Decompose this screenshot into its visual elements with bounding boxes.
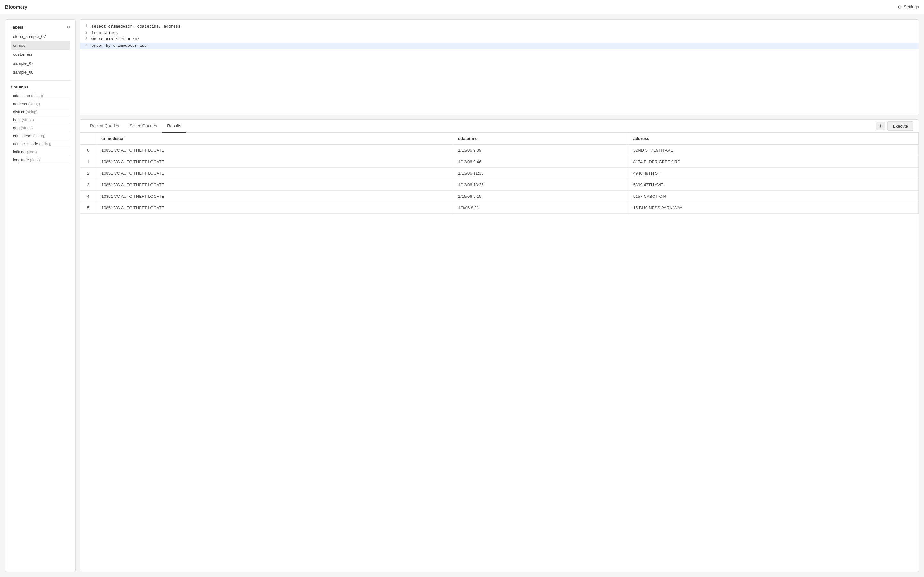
row-index-cell: 5 [80, 202, 96, 214]
table-cell: 10851 VC AUTO THEFT LOCATE [96, 145, 453, 156]
table-column-header: address [628, 133, 918, 145]
table-cell: 8174 ELDER CREEK RD [628, 156, 918, 168]
table-cell: 5157 CABOT CIR [628, 191, 918, 202]
column-name: grid [13, 126, 19, 130]
sidebar-divider [11, 81, 70, 81]
column-type: (float) [27, 150, 37, 154]
code-text: order by crimedescr asc [91, 43, 147, 49]
execute-button[interactable]: Execute [887, 121, 913, 131]
table-head: crimedescrcdatetimeaddress [80, 133, 919, 145]
column-name: beat [13, 118, 21, 122]
column-name: cdatetime [13, 93, 30, 98]
table-column-header [80, 133, 96, 145]
table-cell: 10851 VC AUTO THEFT LOCATE [96, 191, 453, 202]
sidebar-table-item[interactable]: crimes [11, 41, 70, 50]
download-icon: ⬇ [879, 124, 882, 129]
columns-list: cdatetime(string)address(string)district… [11, 92, 70, 164]
table-cell: 4946 48TH ST [628, 168, 918, 179]
column-item: ucr_ncic_code(string) [11, 140, 70, 148]
column-type: (string) [31, 93, 43, 98]
column-item: cdatetime(string) [11, 92, 70, 100]
table-row: 210851 VC AUTO THEFT LOCATE1/13/06 11:33… [80, 168, 919, 179]
tables-title: Tables [11, 25, 23, 29]
column-item: latitude(float) [11, 148, 70, 156]
editor-lines: 1select crimedescr, cdatetime, address2f… [80, 23, 919, 49]
main-layout: Tables ↻ clone_sample_07crimescustomerss… [0, 14, 924, 577]
table-cell: 10851 VC AUTO THEFT LOCATE [96, 179, 453, 191]
code-text: where district = '6' [91, 36, 140, 43]
columns-section: Columns cdatetime(string)address(string)… [11, 85, 70, 164]
table-cell: 1/13/06 11:33 [453, 168, 628, 179]
results-tab[interactable]: Saved Queries [124, 119, 162, 133]
table-column-header: crimedescr [96, 133, 453, 145]
column-type: (float) [30, 158, 40, 162]
column-name: address [13, 102, 27, 106]
column-item: longitude(float) [11, 156, 70, 164]
column-name: latitude [13, 150, 26, 154]
code-line: 1select crimedescr, cdatetime, address [80, 23, 919, 30]
app-logo: Bloomery [5, 4, 27, 10]
column-name: longitude [13, 158, 29, 162]
column-item: grid(string) [11, 124, 70, 132]
settings-button[interactable]: ⚙ Settings [898, 5, 919, 10]
table-cell: 1/13/06 9:09 [453, 145, 628, 156]
table-cell: 1/13/06 9:46 [453, 156, 628, 168]
code-line: 2from crimes [80, 30, 919, 36]
columns-section-header: Columns [11, 85, 70, 89]
column-type: (string) [28, 102, 40, 106]
table-cell: 10851 VC AUTO THEFT LOCATE [96, 168, 453, 179]
tables-list: clone_sample_07crimescustomerssample_07s… [11, 32, 70, 77]
table-cell: 10851 VC AUTO THEFT LOCATE [96, 156, 453, 168]
table-row: 510851 VC AUTO THEFT LOCATE1/3/06 8:2115… [80, 202, 919, 214]
table-header-row: crimedescrcdatetimeaddress [80, 133, 919, 145]
download-button[interactable]: ⬇ [876, 122, 885, 131]
row-index-cell: 0 [80, 145, 96, 156]
column-item: beat(string) [11, 116, 70, 124]
column-item: crimedescr(string) [11, 132, 70, 140]
gear-icon: ⚙ [898, 5, 902, 10]
column-item: address(string) [11, 100, 70, 108]
sidebar-table-item[interactable]: clone_sample_07 [11, 32, 70, 41]
data-table-wrap: crimedescrcdatetimeaddress 010851 VC AUT… [80, 133, 919, 572]
row-index-cell: 1 [80, 156, 96, 168]
table-row: 310851 VC AUTO THEFT LOCATE1/13/06 13:36… [80, 179, 919, 191]
column-name: ucr_ncic_code [13, 142, 38, 146]
settings-label: Settings [904, 5, 919, 9]
line-number: 1 [80, 23, 91, 29]
code-line: 4order by crimedescr asc [80, 43, 919, 49]
table-row: 410851 VC AUTO THEFT LOCATE1/15/06 9:155… [80, 191, 919, 202]
row-index-cell: 4 [80, 191, 96, 202]
sidebar-table-item[interactable]: sample_07 [11, 59, 70, 68]
table-cell: 32ND ST / 19TH AVE [628, 145, 918, 156]
columns-title: Columns [11, 85, 29, 89]
code-line: 3where district = '6' [80, 36, 919, 43]
table-cell: 5399 47TH AVE [628, 179, 918, 191]
results-tab[interactable]: Results [162, 119, 186, 133]
column-type: (string) [26, 110, 37, 114]
table-cell: 10851 VC AUTO THEFT LOCATE [96, 202, 453, 214]
column-type: (string) [22, 118, 34, 122]
editor-content[interactable]: 1select crimedescr, cdatetime, address2f… [80, 19, 919, 115]
tables-section-header: Tables ↻ [11, 25, 70, 29]
column-type: (string) [33, 134, 45, 138]
results-toolbar: Recent QueriesSaved QueriesResults ⬇ Exe… [80, 119, 919, 133]
results-tab[interactable]: Recent Queries [85, 119, 124, 133]
refresh-icon[interactable]: ↻ [67, 25, 70, 29]
results-table: crimedescrcdatetimeaddress 010851 VC AUT… [80, 133, 919, 214]
query-editor[interactable]: 1select crimedescr, cdatetime, address2f… [79, 19, 919, 115]
sidebar-table-item[interactable]: sample_08 [11, 68, 70, 77]
row-index-cell: 3 [80, 179, 96, 191]
table-body: 010851 VC AUTO THEFT LOCATE1/13/06 9:093… [80, 145, 919, 214]
table-column-header: cdatetime [453, 133, 628, 145]
column-type: (string) [21, 126, 33, 130]
table-cell: 15 BUSINESS PARK WAY [628, 202, 918, 214]
sidebar-table-item[interactable]: customers [11, 50, 70, 59]
row-index-cell: 2 [80, 168, 96, 179]
results-panel: Recent QueriesSaved QueriesResults ⬇ Exe… [79, 119, 919, 572]
column-name: crimedescr [13, 134, 32, 138]
line-number: 4 [80, 43, 91, 49]
table-row: 010851 VC AUTO THEFT LOCATE1/13/06 9:093… [80, 145, 919, 156]
table-row: 110851 VC AUTO THEFT LOCATE1/13/06 9:468… [80, 156, 919, 168]
code-text: select crimedescr, cdatetime, address [91, 23, 181, 30]
table-cell: 1/3/06 8:21 [453, 202, 628, 214]
